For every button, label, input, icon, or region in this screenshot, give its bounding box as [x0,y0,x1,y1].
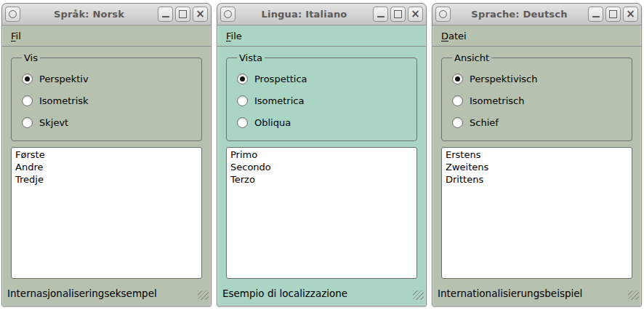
status-text: Internationalisierungsbeispiel [438,288,582,299]
window-title: Lingua: Italiano [238,9,370,20]
statusbar: Internasjonaliseringseksempel [2,284,211,306]
groupbox-label: Ansicht [452,52,491,63]
radio-unselected-icon [237,95,248,106]
status-text: Internasjonaliseringseksempel [7,288,157,299]
maximize-icon [179,10,187,18]
list-item[interactable]: Tredje [15,173,198,186]
resize-grip-icon[interactable] [628,290,639,300]
window-menu-button[interactable] [435,7,451,22]
window-menu-icon [9,10,17,18]
resize-grip-icon[interactable] [198,290,209,300]
list-item[interactable]: Første [15,148,198,161]
window-title: Språk: Norsk [23,9,155,20]
window-controls: × [158,7,208,22]
radio-unselected-icon [452,95,463,106]
list-item[interactable]: Drittens [446,173,628,186]
menu-file[interactable]: Fil [11,31,21,41]
window-italiano: Lingua: Italiano × File Vista Prospettic… [217,3,427,306]
minimize-icon [377,16,385,17]
window-controls: × [373,7,423,22]
window-body: File Vista Prospettica Isometrica Obl [217,25,426,306]
minimize-icon [162,16,169,17]
window-content: Vis Perspektiv Isometrisk Skjevt [2,47,211,284]
list-item[interactable]: Primo [230,148,413,161]
maximize-icon [394,10,402,18]
menubar: Datei [432,25,641,47]
view-groupbox: Ansicht Perspektivisch Isometrisch Schie… [441,52,632,141]
menu-file[interactable]: File [226,31,242,41]
radio-option-oblique[interactable]: Schief [452,117,624,128]
view-groupbox: Vista Prospettica Isometrica Obliqua [226,52,417,141]
window-deutsch: Sprache: Deutsch × Datei Ansicht Perspek… [432,3,642,306]
titlebar[interactable]: Lingua: Italiano × [217,4,426,25]
list-item[interactable]: Zweitens [446,161,628,173]
window-body: Datei Ansicht Perspektivisch Isometrisch [432,25,641,306]
view-groupbox: Vis Perspektiv Isometrisk Skjevt [11,52,202,141]
list-item[interactable]: Secondo [230,161,413,173]
close-button[interactable]: × [193,7,208,22]
list-item[interactable]: Erstens [446,148,628,161]
close-button[interactable]: × [623,7,638,22]
window-norsk: Språk: Norsk × Fil Vis Perspektiv [1,3,212,306]
window-content: Ansicht Perspektivisch Isometrisch Schie… [432,47,641,284]
window-content: Vista Prospettica Isometrica Obliqua [217,47,426,284]
listbox[interactable]: Primo Secondo Terzo [226,147,417,279]
window-body: Fil Vis Perspektiv Isometrisk Skjevt [2,25,211,306]
radio-label: Isometrica [254,95,304,106]
radio-label: Schief [470,117,499,128]
minimize-button[interactable] [158,7,173,22]
maximize-button[interactable] [605,7,621,22]
maximize-icon [609,10,617,18]
minimize-icon [592,16,600,17]
window-title: Sprache: Deutsch [454,9,585,20]
radio-option-isometric[interactable]: Isometrisk [22,95,194,106]
titlebar[interactable]: Språk: Norsk × [2,4,211,25]
radio-unselected-icon [452,117,463,128]
radio-label: Isometrisk [39,95,89,106]
radio-option-isometric[interactable]: Isometrisch [452,95,624,106]
radio-label: Obliqua [254,117,291,128]
radio-option-isometric[interactable]: Isometrica [237,95,409,106]
listbox[interactable]: Første Andre Tredje [11,147,202,279]
radio-option-perspective[interactable]: Perspektivisch [452,74,624,84]
listbox[interactable]: Erstens Zweitens Drittens [441,147,632,279]
radio-label: Perspektiv [39,74,89,84]
groupbox-label: Vis [22,52,40,63]
list-item[interactable]: Andre [15,161,198,173]
radio-option-oblique[interactable]: Obliqua [237,117,409,128]
radio-label: Skjevt [39,117,68,128]
window-menu-icon [224,10,232,18]
radio-option-perspective[interactable]: Perspektiv [22,74,194,84]
close-button[interactable]: × [408,7,423,22]
radio-selected-icon [452,74,463,84]
menubar: Fil [2,25,211,47]
titlebar[interactable]: Sprache: Deutsch × [432,4,641,25]
radio-option-oblique[interactable]: Skjevt [22,117,194,128]
maximize-button[interactable] [175,7,190,22]
groupbox-label: Vista [237,52,265,63]
window-controls: × [588,7,638,22]
radio-label: Isometrisch [470,95,524,106]
desktop: Språk: Norsk × Fil Vis Perspektiv [0,0,644,306]
menu-file[interactable]: Datei [441,31,467,41]
radio-unselected-icon [22,95,33,106]
statusbar: Internationalisierungsbeispiel [432,284,641,306]
list-item[interactable]: Terzo [230,173,413,186]
radio-label: Perspektivisch [470,74,537,84]
radio-unselected-icon [237,117,248,128]
radio-option-perspective[interactable]: Prospettica [237,74,409,84]
resize-grip-icon[interactable] [413,290,424,300]
radio-selected-icon [237,74,248,84]
status-text: Esempio di localizzazione [222,288,347,299]
minimize-button[interactable] [588,7,603,22]
minimize-button[interactable] [373,7,388,22]
radio-unselected-icon [22,117,33,128]
close-icon: × [196,9,205,20]
window-menu-button[interactable] [220,7,236,22]
radio-selected-icon [22,74,33,84]
window-menu-button[interactable] [5,7,20,22]
menubar: File [217,25,426,47]
close-icon: × [626,9,635,20]
maximize-button[interactable] [390,7,406,22]
statusbar: Esempio di localizzazione [217,284,426,306]
